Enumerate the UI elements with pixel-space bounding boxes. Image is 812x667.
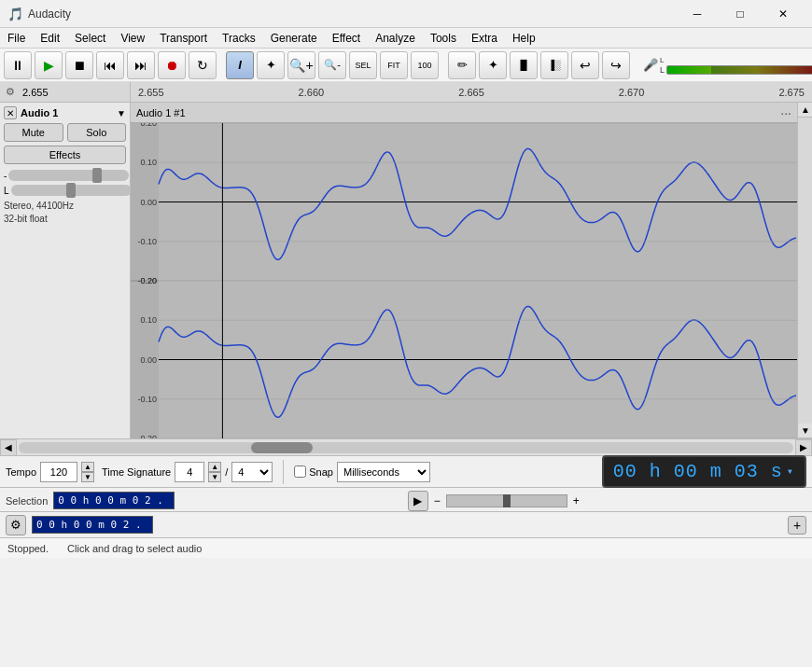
track-name: Audio 1 (21, 107, 113, 118)
volume-slider[interactable] (8, 170, 129, 181)
silence-btn[interactable]: ▐░ (540, 51, 568, 79)
menu-help[interactable]: Help (505, 28, 543, 49)
scroll-left-button[interactable]: ◀ (0, 439, 17, 456)
trim-btn[interactable]: ▐▌ (510, 51, 538, 79)
timesig-denominator-select[interactable]: 4 8 16 (231, 462, 273, 482)
zoom-100-button[interactable]: 100 (411, 51, 439, 79)
playback-speed-slider[interactable] (446, 494, 567, 507)
clip-menu-button[interactable]: ··· (780, 105, 791, 120)
menu-file[interactable]: File (0, 28, 33, 49)
pan-row: L R (4, 185, 126, 196)
pan-left-label: L (4, 186, 9, 196)
input-meter-l (666, 65, 812, 75)
multi-tool-button[interactable]: ✦ (479, 51, 507, 79)
zoom-in-button[interactable]: 🔍+ (287, 51, 315, 79)
track-collapse-button[interactable]: ▼ (117, 108, 126, 118)
menu-generate[interactable]: Generate (263, 28, 325, 49)
timesig-label: Time Signature (102, 466, 171, 478)
stop-button[interactable]: ⏹ (65, 51, 93, 79)
add-speed-button[interactable]: + (788, 516, 806, 535)
selection-start-input[interactable] (53, 492, 175, 509)
scroll-track[interactable] (19, 442, 793, 453)
timesig-num-down[interactable]: ▼ (208, 472, 221, 482)
snap-checkbox[interactable] (294, 466, 306, 478)
playback-play-button[interactable]: ▶ (408, 491, 428, 511)
tempo-input[interactable] (40, 462, 77, 482)
menu-effect[interactable]: Effect (325, 28, 368, 49)
select-tool-button[interactable]: I (226, 51, 254, 79)
waveform-header: Audio 1 #1 ··· (131, 103, 797, 123)
vscroll-down-button[interactable]: ▼ (798, 424, 812, 438)
loop-button[interactable]: ↻ (189, 51, 217, 79)
track-info: Stereo, 44100Hz 32-bit float (4, 200, 126, 226)
pause-button[interactable]: ⏸ (4, 51, 32, 79)
redo-button[interactable]: ↪ (602, 51, 630, 79)
status-bar: Stopped. Click and drag to select audio (0, 537, 812, 558)
vscroll-up-button[interactable]: ▲ (798, 103, 812, 118)
bottom-controls-bar: Tempo ▲ ▼ Time Signature ▲ ▼ / 4 8 16 Sn… (0, 455, 812, 487)
snap-field: Snap Milliseconds Seconds Beats (294, 462, 430, 482)
horizontal-scrollbar: ◀ ▶ (0, 438, 812, 455)
record-button[interactable]: ⏺ (158, 51, 186, 79)
solo-button[interactable]: Solo (67, 123, 127, 142)
menu-transport[interactable]: Transport (152, 28, 215, 49)
rewind-button[interactable]: ⏮ (96, 51, 124, 79)
plus-label: + (573, 494, 580, 507)
vertical-scrollbar[interactable]: ▲ ▼ (797, 103, 812, 438)
play-button[interactable]: ▶ (35, 51, 63, 79)
ruler-mark-1: 2.660 (299, 87, 325, 98)
mute-button[interactable]: Mute (4, 123, 63, 142)
zoom-out-button[interactable]: 🔍- (318, 51, 346, 79)
draw-tool-button[interactable]: ✏ (448, 51, 476, 79)
tempo-down-button[interactable]: ▼ (81, 472, 94, 482)
track-controls-panel: ✕ Audio 1 ▼ Mute Solo Effects - + L R St… (0, 103, 131, 438)
menu-select[interactable]: Select (67, 28, 113, 49)
selection-end-input[interactable] (32, 516, 153, 534)
menu-extra[interactable]: Extra (464, 28, 505, 49)
track-close-button[interactable]: ✕ (4, 106, 17, 119)
zoom-sel-button[interactable]: SEL (349, 51, 377, 79)
effects-button[interactable]: Effects (4, 146, 126, 164)
close-button[interactable]: ✕ (762, 0, 805, 28)
menubar: File Edit Select View Transport Tracks G… (0, 28, 812, 49)
menu-edit[interactable]: Edit (33, 28, 67, 49)
selection-gear-button[interactable]: ⚙ (6, 515, 26, 535)
timeline-ruler: ⚙ 2.655 2.655 2.660 2.665 2.670 2.675 (0, 82, 812, 103)
track-header: ✕ Audio 1 ▼ (4, 106, 126, 119)
zoom-fit-button[interactable]: FIT (380, 51, 408, 79)
menu-tools[interactable]: Tools (423, 28, 464, 49)
waveform-area: Audio 1 #1 ··· (131, 103, 797, 438)
timesig-num-up[interactable]: ▲ (208, 462, 221, 472)
forward-button[interactable]: ⏭ (127, 51, 155, 79)
ruler-right: 2.655 2.660 2.665 2.670 2.675 (131, 87, 812, 98)
envelope-tool-button[interactable]: ✦ (257, 51, 285, 79)
clip-title: Audio 1 #1 (136, 107, 780, 118)
ruler-mark-4: 2.675 (778, 87, 805, 98)
transport-controls: ⏸ ▶ ⏹ ⏮ ⏭ ⏺ ↻ (4, 51, 217, 79)
ruler-mark-2: 2.665 (458, 87, 484, 98)
selection-label: Selection (6, 495, 48, 507)
time-dropdown-icon[interactable]: ▾ (787, 465, 795, 479)
track-format-2: 32-bit float (4, 213, 126, 226)
maximize-button[interactable]: □ (719, 0, 762, 28)
track-btn-row: Mute Solo (4, 123, 126, 142)
snap-unit-select[interactable]: Milliseconds Seconds Beats (337, 462, 430, 482)
scroll-thumb[interactable] (251, 442, 313, 453)
settings-icon[interactable]: ⚙ (6, 86, 15, 98)
track-format-1: Stereo, 44100Hz (4, 200, 126, 213)
minimize-button[interactable]: ─ (676, 0, 719, 28)
tempo-up-button[interactable]: ▲ (81, 462, 94, 472)
undo-button[interactable]: ↩ (571, 51, 599, 79)
snap-label[interactable]: Snap (294, 466, 333, 478)
separator-bottom-1 (283, 460, 284, 484)
menu-tracks[interactable]: Tracks (215, 28, 263, 49)
tempo-field: Tempo ▲ ▼ (6, 462, 94, 482)
waveform-display[interactable] (131, 123, 797, 438)
pan-slider[interactable] (11, 185, 132, 196)
menu-view[interactable]: View (113, 28, 152, 49)
menu-analyze[interactable]: Analyze (368, 28, 423, 49)
ruler-mark-0: 2.655 (138, 87, 164, 98)
vscroll-track[interactable] (798, 118, 812, 424)
timesig-numerator-input[interactable] (175, 462, 204, 482)
scroll-right-button[interactable]: ▶ (795, 439, 812, 456)
